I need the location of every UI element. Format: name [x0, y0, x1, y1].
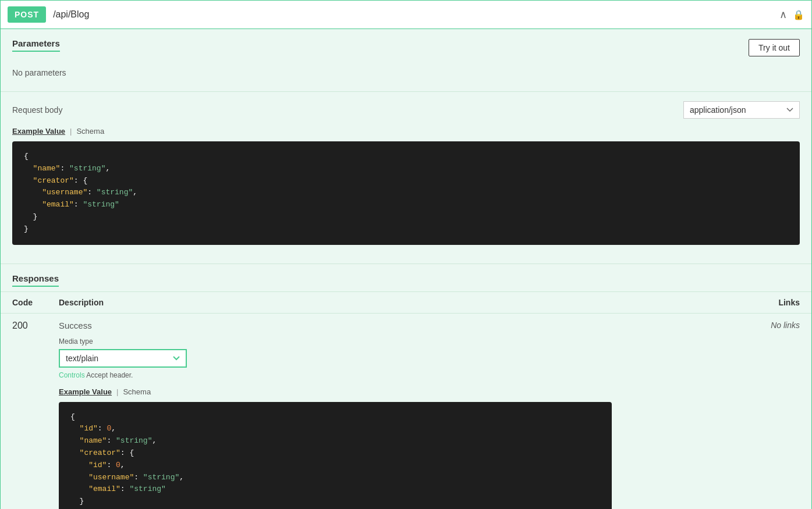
try-it-out-button[interactable]: Try it out	[749, 39, 800, 56]
response-success-text: Success	[59, 321, 612, 330]
media-type-label: Media type	[59, 337, 612, 346]
parameters-section: Parameters Try it out No parameters	[1, 29, 811, 91]
accept-header-text: Accept header.	[86, 371, 133, 379]
api-header: POST /api/Blog ∧ 🔒	[0, 0, 812, 29]
parameters-section-header: Parameters Try it out	[12, 38, 800, 56]
responses-table: Code Description Links 200 Success Media…	[1, 291, 811, 509]
col-header-links: Links	[623, 291, 811, 313]
response-code-block: { "id": 0, "name": "string", "creator": …	[59, 402, 612, 509]
controls-text: Controls Accept header.	[59, 371, 612, 379]
response-schema-tab[interactable]: Schema	[123, 386, 151, 397]
section-divider	[1, 254, 811, 264]
col-header-code: Code	[1, 291, 47, 313]
responses-table-header-row: Code Description Links	[1, 291, 811, 313]
response-tab-divider: |	[116, 387, 118, 396]
response-links-cell: No links	[623, 313, 811, 509]
responses-section: Responses Code Description Links 200 Suc…	[1, 264, 811, 509]
response-example-value-tab[interactable]: Example Value	[59, 386, 112, 397]
media-type-select-wrapper: text/plain	[59, 349, 187, 368]
request-body-header: Request body application/json	[12, 101, 800, 119]
no-links-text: No links	[771, 321, 800, 330]
responses-header: Responses	[1, 264, 811, 291]
content-type-select[interactable]: application/json	[683, 101, 800, 119]
request-body-schema-tab[interactable]: Schema	[76, 126, 104, 137]
request-body-example-tabs: Example Value | Schema	[12, 126, 800, 137]
responses-title: Responses	[12, 273, 59, 287]
main-content: Parameters Try it out No parameters Requ…	[0, 29, 812, 509]
collapse-icon[interactable]: ∧	[779, 8, 787, 21]
response-description-cell: Success Media type text/plain Controls A…	[47, 313, 623, 509]
request-body-section: Request body application/json Example Va…	[1, 91, 811, 254]
parameters-title: Parameters	[12, 38, 60, 52]
col-header-description: Description	[47, 291, 623, 313]
request-body-example-value-tab[interactable]: Example Value	[12, 126, 65, 137]
media-type-select[interactable]: text/plain	[59, 349, 187, 368]
request-body-code-block: { "name": "string", "creator": { "userna…	[12, 141, 800, 245]
api-header-right: ∧ 🔒	[779, 8, 804, 21]
no-parameters-text: No parameters	[12, 63, 800, 82]
response-example-tabs: Example Value | Schema	[59, 386, 612, 397]
response-code-200: 200	[1, 313, 47, 509]
request-body-tab-divider: |	[70, 127, 72, 136]
lock-icon: 🔒	[793, 9, 804, 20]
api-path: /api/Blog	[53, 9, 89, 20]
request-body-title: Request body	[12, 105, 62, 115]
api-header-left: POST /api/Blog	[8, 6, 89, 23]
method-badge: POST	[8, 6, 46, 23]
table-row: 200 Success Media type text/plain Contro…	[1, 313, 811, 509]
